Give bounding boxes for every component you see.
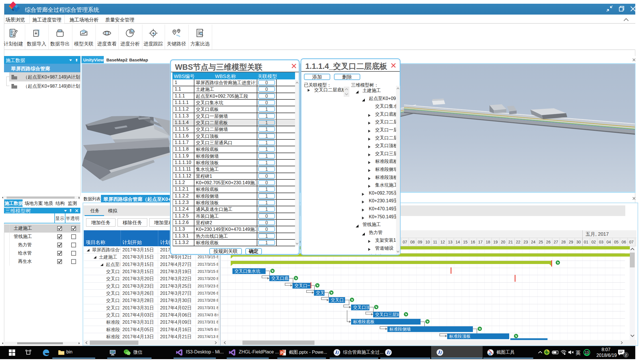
svg-text:2: 2 (625, 353, 627, 357)
svg-text:标准段侧墙: 标准段侧墙 (389, 327, 411, 331)
svg-text:P: P (280, 351, 283, 355)
svg-text:标准段顶板: 标准段顶板 (449, 334, 471, 339)
svg-text:13: 13 (585, 351, 589, 355)
svg-text:标准段底板: 标准段底板 (353, 319, 375, 324)
svg-text:交叉口集水坑: 交叉口集水坑 (234, 269, 260, 273)
svg-text:交叉口一层侧墙: 交叉口一层侧墙 (294, 283, 325, 288)
